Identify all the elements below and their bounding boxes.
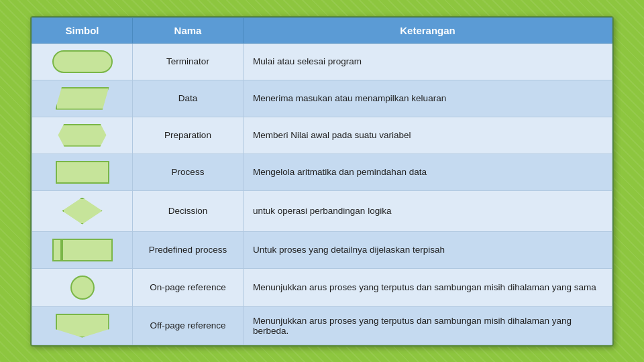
table-row: Off-page referenceMenunjukkan arus prose… [32, 306, 612, 345]
table-row: PreparationMemberi Nilai awal pada suatu… [32, 117, 612, 154]
symbol-process [42, 161, 123, 184]
table-row: TerminatorMulai atau selesai program [32, 43, 612, 80]
header-nama: Nama [133, 17, 244, 43]
symbol-cell [32, 268, 133, 306]
name-cell: Terminator [133, 43, 244, 80]
name-cell: Process [133, 154, 244, 190]
symbol-cell [32, 43, 133, 80]
symbol-offpage [42, 314, 123, 338]
symbol-onpage [42, 276, 123, 300]
symbol-preparation [42, 124, 123, 147]
symbol-terminator [42, 50, 123, 73]
symbol-cell [32, 117, 133, 154]
description-cell: Menerima masukan atau menampilkan keluar… [244, 80, 612, 117]
symbol-cell [32, 306, 133, 345]
description-cell: untuk operasi perbandingan logika [244, 190, 612, 231]
name-cell: Predefined process [133, 231, 244, 268]
symbol-data [42, 87, 123, 110]
flowchart-symbols-table: Simbol Nama Keterangan TerminatorMulai a… [32, 17, 612, 345]
name-cell: Decission [133, 190, 244, 231]
symbol-predefined [42, 239, 123, 261]
description-cell: Menunjukkan arus proses yang terputus da… [244, 268, 612, 306]
table-row: Predefined processUntuk proses yang deta… [32, 231, 612, 268]
table-row: Decissionuntuk operasi perbandingan logi… [32, 190, 612, 231]
symbol-cell [32, 154, 133, 190]
description-cell: Menunjukkan arus proses yang terputus da… [244, 306, 612, 345]
main-table-wrapper: Simbol Nama Keterangan TerminatorMulai a… [30, 16, 614, 347]
description-cell: Mulai atau selesai program [244, 43, 612, 80]
table-header-row: Simbol Nama Keterangan [32, 17, 612, 43]
name-cell: Off-page reference [133, 306, 244, 345]
header-keterangan: Keterangan [244, 17, 612, 43]
table-row: On-page referenceMenunjukkan arus proses… [32, 268, 612, 306]
description-cell: Mengelola aritmatika dan pemindahan data [244, 154, 612, 190]
symbol-cell [32, 190, 133, 231]
table-row: DataMenerima masukan atau menampilkan ke… [32, 80, 612, 117]
header-simbol: Simbol [32, 17, 133, 43]
table-row: ProcessMengelola aritmatika dan pemindah… [32, 154, 612, 190]
name-cell: Data [133, 80, 244, 117]
symbol-decision [42, 198, 123, 225]
symbol-cell [32, 231, 133, 268]
name-cell: Preparation [133, 117, 244, 154]
description-cell: Memberi Nilai awal pada suatu variabel [244, 117, 612, 154]
name-cell: On-page reference [133, 268, 244, 306]
symbol-cell [32, 80, 133, 117]
description-cell: Untuk proses yang detailnya dijelaskan t… [244, 231, 612, 268]
